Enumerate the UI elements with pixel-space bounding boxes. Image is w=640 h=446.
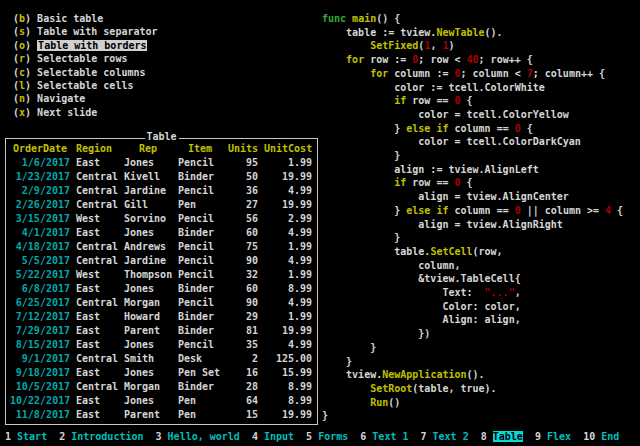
- table-cell: Howard: [124, 310, 172, 324]
- code-segment: {: [521, 123, 533, 134]
- terminal: (b) Basic table(s) Table with separator(…: [0, 0, 640, 446]
- code-segment: if: [394, 177, 406, 188]
- code-segment: || column >=: [521, 205, 605, 216]
- status-item-label: Input: [264, 431, 294, 442]
- table-cell: 4.99: [264, 184, 312, 198]
- table-row: 9/18/2017EastJonesPen Set1615.99: [10, 366, 313, 380]
- table-cell: Central: [76, 380, 118, 394]
- slide-menu: (b) Basic table(s) Table with separator(…: [13, 12, 158, 119]
- menu-item-b[interactable]: (b) Basic table: [13, 12, 158, 25]
- code-segment: [322, 177, 394, 188]
- table-cell: 4.99: [264, 254, 312, 268]
- status-item-5[interactable]: 5 Forms: [306, 431, 348, 442]
- table-row: 10/5/2017CentralMorganBinder288.99: [10, 380, 313, 394]
- code-segment: table.: [322, 246, 430, 257]
- table-cell: 1/23/2017: [10, 170, 70, 184]
- code-segment: ; row++ {: [479, 54, 533, 65]
- menu-item-label: Navigate: [37, 93, 85, 104]
- menu-item-paren: ): [25, 13, 37, 24]
- table-cell: 56: [228, 212, 258, 226]
- menu-item-o[interactable]: (o) Table with borders: [13, 39, 158, 52]
- code-segment: ().: [485, 27, 503, 38]
- code-segment: column :=: [388, 68, 454, 79]
- menu-item-x[interactable]: (x) Next slide: [13, 106, 158, 119]
- table-cell: 75: [228, 240, 258, 254]
- table-cell: 90: [228, 296, 258, 310]
- table-cell: Jones: [124, 156, 172, 170]
- status-item-label: Table: [493, 431, 523, 442]
- table-cell: Binder: [178, 282, 222, 296]
- code-segment: }: [322, 123, 406, 134]
- status-item-number: 8: [481, 431, 493, 442]
- status-item-number: 3: [156, 431, 168, 442]
- code-segment: SetRoot: [370, 383, 412, 394]
- table-row: 11/8/2017EastParentPen1519.99: [10, 408, 313, 422]
- table-cell: 9/1/2017: [10, 352, 70, 366]
- status-item-1[interactable]: 1 Start: [5, 431, 47, 442]
- table-cell: Central: [76, 352, 118, 366]
- table-header-cell: Units: [228, 142, 258, 156]
- status-item-9[interactable]: 9 Flex: [535, 431, 571, 442]
- table-cell: 15: [228, 408, 258, 422]
- table-header-cell: Rep: [124, 142, 172, 156]
- status-item-label: Forms: [318, 431, 348, 442]
- table-cell: 4.99: [264, 296, 312, 310]
- status-bar: 1 Start 2 Introduction 3 Hello, world 4 …: [5, 430, 619, 444]
- table-cell: 5/22/2017: [10, 268, 70, 282]
- table-cell: Gill: [124, 198, 172, 212]
- menu-item-paren: ): [25, 80, 37, 91]
- menu-item-c[interactable]: (c) Selectable columns: [13, 66, 158, 79]
- code-segment: }: [322, 410, 328, 421]
- table-cell: Central: [76, 240, 118, 254]
- table-cell: Central: [76, 254, 118, 268]
- table-cell: Central: [76, 170, 118, 184]
- table-cell: East: [76, 310, 118, 324]
- table-title: Table: [144, 131, 178, 142]
- table-row: 3/15/2017WestSorvinoPencil562.99: [10, 212, 313, 226]
- code-segment: row :=: [364, 54, 412, 65]
- status-item-2[interactable]: 2 Introduction: [59, 431, 143, 442]
- table-row: 1/23/2017CentralKivellBinder5019.99: [10, 170, 313, 184]
- table-cell: 15.99: [264, 366, 312, 380]
- status-item-10[interactable]: 10 End: [583, 431, 619, 442]
- table-cell: 7/12/2017: [10, 310, 70, 324]
- code-segment: [322, 383, 370, 394]
- code-line: SetRoot(table, true).: [322, 382, 623, 396]
- menu-item-l[interactable]: (l) Selectable cells: [13, 79, 158, 92]
- table-cell: Jardine: [124, 254, 172, 268]
- table-cell: 3/15/2017: [10, 212, 70, 226]
- table-cell: Sorvino: [124, 212, 172, 226]
- menu-item-r[interactable]: (r) Selectable rows: [13, 52, 158, 65]
- status-item-4[interactable]: 4 Input: [252, 431, 294, 442]
- menu-item-s[interactable]: (s) Table with separator: [13, 25, 158, 38]
- status-item-6[interactable]: 6 Text 1: [360, 431, 408, 442]
- menu-item-n[interactable]: (n) Navigate: [13, 92, 158, 105]
- code-segment: }: [322, 205, 406, 216]
- table-panel[interactable]: Table OrderDateRegionRepItemUnitsUnitCos…: [5, 138, 318, 425]
- code-segment: [322, 40, 370, 51]
- table-cell: 64: [228, 394, 258, 408]
- table-cell: Pencil: [178, 268, 222, 282]
- table-cell: Morgan: [124, 380, 172, 394]
- table-cell: 19.99: [264, 170, 312, 184]
- status-item-8[interactable]: 8 Table: [481, 431, 523, 442]
- status-item-label: Text 1: [372, 431, 408, 442]
- table-cell: Pencil: [178, 240, 222, 254]
- menu-item-paren: ): [25, 107, 37, 118]
- code-segment: if: [394, 95, 406, 106]
- table-cell: 2/9/2017: [10, 184, 70, 198]
- status-item-7[interactable]: 7 Text 2: [421, 431, 469, 442]
- code-line: table.SetCell(row,: [322, 245, 623, 259]
- table-body: 1/6/2017EastJonesPencil951.991/23/2017Ce…: [10, 156, 313, 422]
- table-cell: Parent: [124, 408, 172, 422]
- table-cell: Kivell: [124, 170, 172, 184]
- code-line: }: [322, 149, 623, 163]
- table-cell: 81: [228, 324, 258, 338]
- table-cell: East: [76, 338, 118, 352]
- code-line: align = tview.AlignRight: [322, 218, 623, 232]
- table-cell: Jardine: [124, 184, 172, 198]
- code-segment: align = tview.AlignCenter: [322, 191, 569, 202]
- code-segment: if: [436, 205, 448, 216]
- table-cell: 4.99: [264, 226, 312, 240]
- status-item-3[interactable]: 3 Hello, world: [156, 431, 240, 442]
